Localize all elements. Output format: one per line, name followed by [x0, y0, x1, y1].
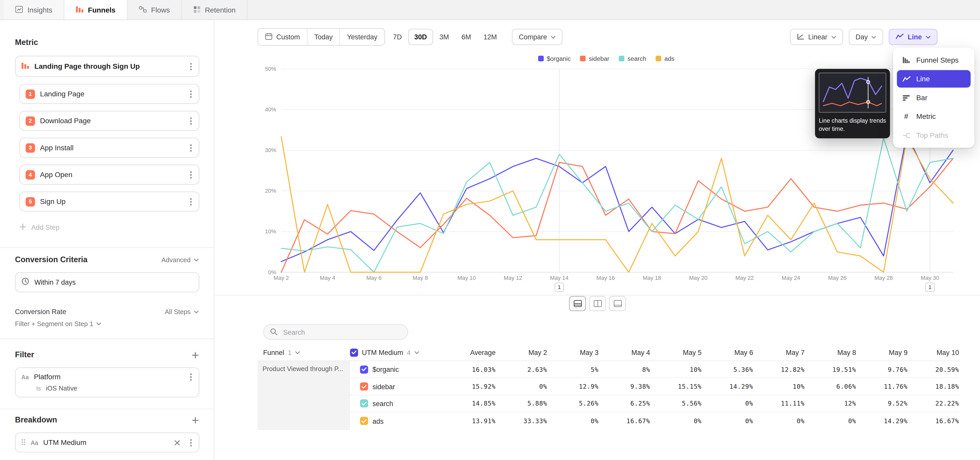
filter-card-platform[interactable]: Aa Platform Is iOS Native [15, 367, 199, 398]
series-checkbox[interactable] [360, 417, 368, 425]
scale-select[interactable]: Linear [790, 29, 843, 45]
table-cell: 0% [702, 412, 753, 430]
filter-property-label: Platform [34, 373, 61, 380]
layout-toggle-chart-only-view[interactable] [609, 296, 626, 311]
date-column-header: May 5 [650, 348, 702, 356]
range-30d-button[interactable]: 30D [408, 29, 433, 45]
select-all-checkbox[interactable] [350, 348, 358, 356]
yesterday-button[interactable]: Yesterday [340, 29, 384, 45]
series-row-label[interactable]: $organic [350, 361, 444, 378]
layout-toggle-side-by-side-view[interactable] [589, 296, 606, 311]
dropdown-item-line[interactable]: Line [897, 70, 970, 88]
funnel-icon [21, 61, 29, 72]
add-breakdown-button[interactable] [192, 417, 199, 423]
funnel-metric-card[interactable]: Landing Page through Sign Up [15, 56, 199, 77]
layout-toggle-split-view[interactable] [569, 296, 586, 311]
series-name: ads [372, 417, 383, 425]
table-cell: 5.88% [496, 395, 547, 412]
table-cell: 12.82% [753, 361, 805, 378]
range-12m-button[interactable]: 12M [477, 29, 503, 45]
table-cell: 22.22% [907, 395, 959, 412]
compare-button[interactable]: Compare [512, 29, 563, 45]
granularity-select[interactable]: Day [849, 29, 883, 45]
kebab-menu-icon[interactable] [190, 93, 192, 95]
range-7d-button[interactable]: 7D [387, 29, 408, 45]
legend-item[interactable]: sidebar [580, 55, 609, 62]
filter-heading: Filter [15, 350, 34, 359]
svg-text:May 20: May 20 [689, 275, 708, 281]
step-label: App Open [40, 171, 73, 178]
table-cell: 12% [805, 395, 856, 412]
svg-text:May 12: May 12 [504, 275, 522, 281]
breakdown-column-label: UTM Medium [362, 348, 403, 356]
svg-text:May 10: May 10 [457, 275, 476, 281]
series-checkbox[interactable] [360, 365, 368, 373]
funnel-step-1[interactable]: 1 Landing Page [19, 84, 199, 104]
dropdown-item-funnel-steps[interactable]: Funnel Steps [897, 51, 970, 69]
table-cell: 14.29% [702, 378, 753, 395]
legend-item[interactable]: search [619, 55, 646, 62]
all-steps-select[interactable]: All Steps [165, 308, 199, 315]
kebab-menu-icon[interactable] [190, 376, 192, 378]
advanced-label: Advanced [162, 256, 191, 264]
property-type-icon: Aa [30, 439, 38, 446]
tab-retention[interactable]: Retention [182, 0, 248, 19]
custom-range-button[interactable]: Custom [258, 29, 307, 45]
kebab-menu-icon[interactable] [190, 442, 192, 443]
add-step-button[interactable]: Add Step [19, 219, 199, 236]
conversion-window-card[interactable]: Within 7 days [15, 272, 199, 292]
kebab-menu-icon[interactable] [190, 147, 192, 149]
drag-handle-icon[interactable] [21, 437, 25, 448]
step-number-badge: 3 [25, 143, 35, 153]
dropdown-item-bar[interactable]: Bar [897, 89, 970, 107]
series-row-label[interactable]: sidebar [350, 378, 444, 395]
chart-type-tooltip: Line charts display trends over time. [815, 69, 890, 138]
chart-type-select[interactable]: Line [889, 29, 937, 45]
kebab-menu-icon[interactable] [190, 120, 192, 121]
funnel-column-header[interactable]: Funnel1 [258, 348, 350, 356]
search-box[interactable] [263, 324, 408, 340]
funnel-step-3[interactable]: 3 App Install [19, 138, 199, 158]
dropdown-item-top-paths[interactable]: Top Paths [897, 126, 970, 144]
legend-item[interactable]: $organic [538, 55, 571, 62]
tab-insights[interactable]: Insights [4, 0, 64, 19]
series-row-label[interactable]: ads [350, 412, 444, 430]
tab-flows[interactable]: Flows [127, 0, 182, 19]
add-filter-button[interactable] [192, 351, 199, 358]
filter-segment-label: Filter + Segment on Step 1 [15, 320, 94, 327]
breakdown-card-utm-medium[interactable]: Aa UTM Medium [15, 433, 199, 452]
chevron-down-icon [97, 322, 102, 325]
table-cell: 19.51% [805, 361, 856, 378]
table-cell: 5.26% [547, 395, 599, 412]
series-checkbox[interactable] [360, 400, 368, 408]
average-value: 16.03% [444, 361, 496, 378]
range-6m-button[interactable]: 6M [455, 29, 477, 45]
filter-operator: Is [36, 385, 41, 391]
svg-text:May 4: May 4 [320, 275, 335, 281]
filter-segment-toggle[interactable]: Filter + Segment on Step 1 [15, 320, 199, 327]
breakdown-column-header[interactable]: UTM Medium4 [350, 348, 444, 356]
kebab-menu-icon[interactable] [190, 65, 192, 67]
series-checkbox[interactable] [360, 383, 368, 391]
remove-breakdown-icon[interactable] [174, 439, 180, 445]
series-row-label[interactable]: search [350, 395, 444, 412]
filter-value[interactable]: iOS Native [46, 384, 77, 392]
conversion-window-label: Within 7 days [35, 279, 76, 286]
kebab-menu-icon[interactable] [190, 201, 192, 203]
svg-text:May 2: May 2 [274, 275, 289, 281]
today-button[interactable]: Today [307, 29, 340, 45]
legend-item[interactable]: ads [655, 55, 675, 62]
advanced-toggle[interactable]: Advanced [162, 256, 199, 264]
kebab-menu-icon[interactable] [190, 174, 192, 176]
funnel-step-4[interactable]: 4 App Open [19, 165, 199, 185]
funnel-step-2[interactable]: 2 Download Page [19, 111, 199, 131]
funnel-icon [75, 5, 83, 14]
dropdown-item-metric[interactable]: # Metric [897, 108, 970, 125]
search-icon [270, 326, 277, 338]
funnel-group-cell[interactable]: Product Viewed through P... [258, 361, 350, 430]
search-input[interactable] [282, 327, 401, 336]
range-3m-button[interactable]: 3M [433, 29, 455, 45]
tab-funnels[interactable]: Funnels [64, 0, 127, 19]
funnel-step-5[interactable]: 5 Sign Up [19, 192, 199, 211]
legend-swatch [655, 56, 661, 61]
